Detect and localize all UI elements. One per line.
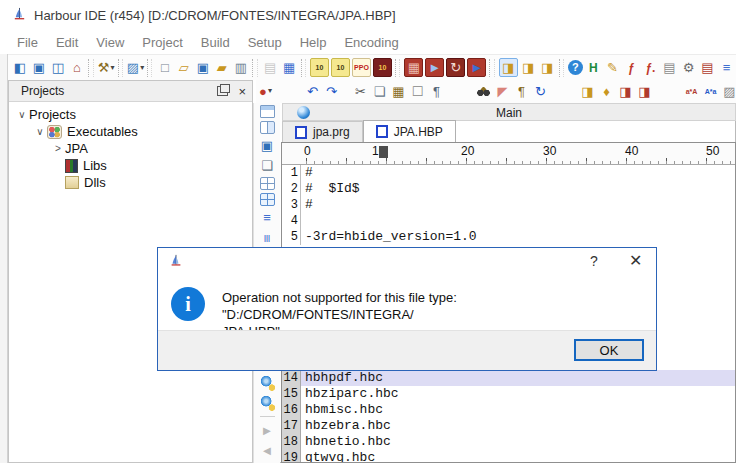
line-text: gtwvg.hbc [301,450,735,463]
grid-disabled-icon[interactable]: ▤ [262,59,279,76]
ok-button[interactable]: OK [574,339,644,361]
copy-icon[interactable]: ❏ [371,83,388,100]
home-icon[interactable]: ⌂ [68,59,85,76]
stream-comment-icon[interactable]: ¶ [428,83,445,100]
library-icon [65,159,78,173]
print-icon[interactable]: ▥ [232,59,249,76]
package-icon [47,125,62,139]
tree-item-executables[interactable]: ∨Executables [9,123,252,140]
delete-line-icon[interactable]: ◨ [617,83,634,100]
harbour-ide-window: Harbour IDE (r454) [D:/CDROM/FONTES/INTE… [0,0,736,463]
menu-project[interactable]: Project [133,32,191,53]
tree-item-projects[interactable]: ∨Projects [9,106,252,123]
view-docs-icon[interactable]: ◨ [539,59,556,76]
environments-icon[interactable]: ≡ [718,59,735,76]
dialog-help-button[interactable]: ? [586,253,602,269]
paste-icon[interactable]: ▦ [390,83,407,100]
goto-next-icon[interactable]: ► [259,422,276,439]
chevron-right-icon[interactable]: > [51,143,65,154]
help-icon[interactable]: ? [568,60,583,75]
compile-all-icon[interactable]: 10 [331,58,350,77]
menu-view[interactable]: View [87,32,133,53]
line-text: # [301,197,735,213]
close-panel-icon[interactable]: × [236,84,248,99]
maximize-editor-icon[interactable] [260,105,275,118]
find-icon[interactable] [475,83,492,100]
delete-word-icon[interactable]: ◨ [636,83,653,100]
zoom-in-icon[interactable] [259,374,276,391]
cut-icon[interactable]: ✂ [352,83,369,100]
split-rows-icon[interactable]: ≡ [259,209,276,226]
clipped-icon[interactable]: ▨ [721,83,736,100]
line-number: 18 [282,434,301,450]
chevron-down-icon[interactable]: ∨ [15,109,29,120]
copy-buffers-icon[interactable]: ❏ [259,157,276,174]
rebuild-icon[interactable]: ↻ [446,58,465,77]
menu-help[interactable]: Help [291,32,336,53]
save-file-icon[interactable]: ▣ [194,59,211,76]
function-help-icon[interactable]: ƒ. [642,59,659,76]
gears-icon[interactable]: ⚙ [680,59,697,76]
notes-icon[interactable]: ✎ [604,59,621,76]
float-panel-icon[interactable] [217,86,228,96]
line-number: 15 [282,386,301,402]
code-line-16: 16hbmisc.hbc [282,402,735,418]
select-block-icon[interactable]: ☐ [409,83,426,100]
record-macro-icon[interactable]: ●▾ [257,83,274,100]
view-project-icon[interactable]: ◨ [520,59,537,76]
new-file-icon[interactable]: □ [156,59,173,76]
table-icon[interactable]: ▦ [281,59,298,76]
ppo-icon[interactable]: PPO [352,58,371,77]
toggle-project-pane-icon[interactable]: ◧ [11,59,28,76]
goto-icon[interactable]: ¶ [513,83,530,100]
compile-icon[interactable]: 10 [310,58,329,77]
chevron-down-icon[interactable]: ∨ [33,126,47,137]
tree-item-libs[interactable]: Libs [9,157,252,174]
view-editor-icon[interactable]: ◨ [499,58,518,77]
open-folder-icon[interactable]: ▱ [175,59,192,76]
tab-jpa.prg[interactable]: jpa.prg [282,121,363,142]
open-file-icon[interactable]: ▰ [213,59,230,76]
dialog-close-button[interactable]: ✕ [624,251,647,270]
goto-prev-icon[interactable]: ◄ [259,442,276,459]
zoom-out-icon[interactable] [259,394,276,411]
functions-icon[interactable]: ƒ [623,59,640,76]
expand-grid-icon[interactable] [260,193,275,206]
to-upper-case-icon[interactable]: a*A [683,83,700,100]
build-log-icon[interactable]: ▤ [699,59,716,76]
code-lines-top: 1#2# $Id$3#45-3rd=hbide_version=1.0 [282,165,735,245]
rebuild-launch-icon[interactable]: ► [467,58,486,77]
menu-edit[interactable]: Edit [47,32,87,53]
line-text: hbmisc.hbc [301,402,735,418]
menu-build[interactable]: Build [192,32,239,53]
grid-view-icon[interactable] [260,177,275,190]
undo-icon[interactable]: ↶ [304,83,321,100]
compile-exe-icon[interactable]: 10 [373,58,392,77]
separator [260,416,275,417]
build-icon[interactable]: ▦ [404,58,423,77]
search-again-icon[interactable]: ↻ [532,83,549,100]
bookmark-icon[interactable]: ◨ [579,83,596,100]
stamp-icon[interactable]: ♦ [598,83,615,100]
build-launch-icon[interactable]: ► [425,58,444,77]
view-image-dropdown-icon[interactable]: ▨▾ [127,59,144,76]
tree-item-jpa[interactable]: >JPA [9,140,252,157]
desktop-icon[interactable]: ◫ [49,59,66,76]
tools-dropdown-icon[interactable]: ⚒▾ [98,59,115,76]
replace-icon[interactable]: ◤ [494,83,511,100]
properties-icon[interactable]: ▤ [661,59,678,76]
tab-jpa.hbp[interactable]: JPA.HBP [363,120,456,142]
split-vertical-icon[interactable] [260,121,275,134]
tree-item-dlls[interactable]: Dlls [9,174,252,191]
redo-icon[interactable]: ↷ [323,83,340,100]
split-columns-icon[interactable]: ||| [259,229,276,246]
save-icon[interactable]: ▣ [259,137,276,154]
menu-setup[interactable]: Setup [239,32,291,53]
ruler-label: 30 [543,144,556,158]
menu-encoding[interactable]: Encoding [335,32,407,53]
code-line-2: 2# $Id$ [282,181,735,197]
harbour-help-icon[interactable]: H [585,59,602,76]
to-lower-case-icon[interactable]: A*a [702,83,719,100]
menu-file[interactable]: File [8,32,47,53]
save-workspace-icon[interactable]: ▣ [30,59,47,76]
